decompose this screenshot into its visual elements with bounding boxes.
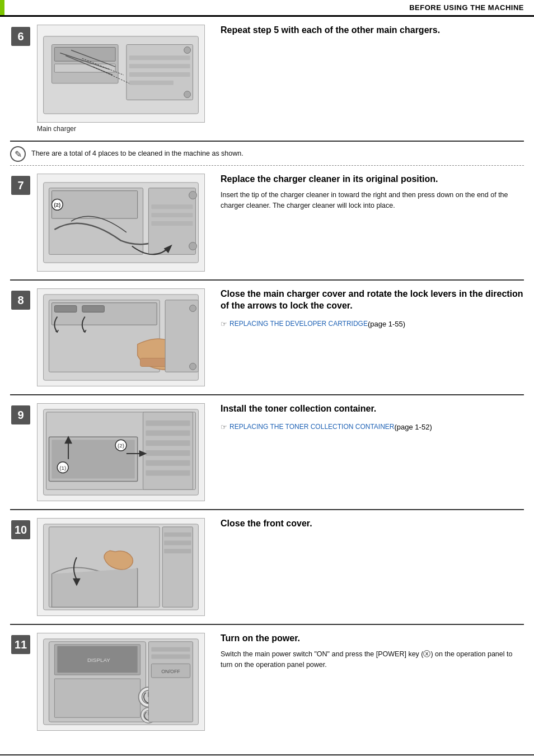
step-number-7: 7 — [11, 176, 30, 195]
step-image-6: Main charger — [37, 25, 210, 133]
svg-rect-35 — [54, 306, 77, 312]
step-image-8 — [37, 288, 210, 386]
step-row-6: 6 — [10, 17, 524, 142]
svg-rect-28 — [151, 204, 193, 209]
step-6-illustration — [37, 25, 205, 123]
step-content-6: Repeat step 5 with each of the other mai… — [221, 25, 524, 133]
step-number-8: 8 — [11, 291, 30, 310]
svg-rect-52 — [146, 430, 190, 436]
ref-icon-8: ☞ — [221, 320, 227, 328]
svg-rect-12 — [129, 64, 190, 68]
svg-rect-55 — [146, 460, 190, 466]
step-image-9: (1) (2) — [37, 403, 210, 501]
step-9-ref: ☞ REPLACING THE TONER COLLECTION CONTAIN… — [221, 423, 524, 431]
svg-rect-78 — [148, 642, 193, 722]
step-number-cell-9: 9 — [10, 403, 31, 501]
step-desc-11: Switch the main power switch "ON" and pr… — [221, 649, 524, 670]
svg-rect-25 — [148, 188, 195, 255]
step-9-link-suffix: (page 1-52) — [395, 423, 432, 431]
step-image-7: (2) (1) — [37, 174, 210, 272]
header-title: BEFORE USING THE MACHINE — [409, 3, 524, 12]
step-8-illustration — [37, 288, 205, 386]
step-number-cell-8: 8 — [10, 288, 31, 386]
step-row-8: 8 — [10, 281, 524, 395]
note-text-6: There are a total of 4 places to be clea… — [31, 146, 243, 159]
step-image-11: DISPLAY ON/OFF — [37, 633, 210, 731]
svg-rect-29 — [151, 213, 193, 217]
ref-icon-9: ☞ — [221, 423, 227, 431]
step-title-7: Replace the charger cleaner in its origi… — [221, 174, 524, 185]
svg-rect-20 — [51, 191, 137, 218]
step-content-11: Turn on the power. Switch the main power… — [221, 633, 524, 731]
step-10-illustration — [37, 518, 205, 616]
svg-text:(1): (1) — [59, 465, 66, 471]
step-row-9: 9 (1) (2) — [10, 395, 524, 510]
step-title-9: Install the toner collection container. — [221, 403, 524, 415]
svg-rect-8 — [127, 45, 193, 100]
main-content: 6 — [0, 17, 534, 749]
step-row-7: 7 (2) (1) — [10, 166, 524, 281]
svg-rect-63 — [164, 533, 191, 537]
svg-point-26 — [189, 192, 197, 199]
svg-rect-30 — [151, 221, 193, 226]
note-row-6: ✎ There are a total of 4 places to be cl… — [10, 142, 524, 166]
step-number-10: 10 — [11, 520, 30, 539]
step-9-illustration: (1) (2) — [37, 403, 205, 501]
svg-point-27 — [189, 242, 197, 250]
step-title-11: Turn on the power. — [221, 633, 524, 645]
step-title-8: Close the main charger cover and rotate … — [221, 288, 524, 312]
svg-point-39 — [190, 305, 196, 312]
svg-text:(2): (2) — [54, 202, 60, 208]
svg-point-9 — [184, 47, 191, 54]
svg-point-10 — [184, 91, 191, 98]
step-number-9: 9 — [11, 405, 30, 424]
svg-rect-65 — [164, 549, 191, 553]
svg-rect-11 — [129, 55, 190, 60]
step-number-cell-7: 7 — [10, 174, 31, 272]
step-number-cell-10: 10 — [10, 518, 31, 616]
svg-rect-64 — [164, 541, 191, 545]
step-row-10: 10 Clos — [10, 510, 524, 625]
svg-rect-56 — [146, 470, 190, 476]
step-number-cell-11: 11 — [10, 633, 31, 731]
step-image-10 — [37, 518, 210, 616]
step-content-8: Close the main charger cover and rotate … — [221, 288, 524, 386]
svg-rect-62 — [162, 527, 193, 607]
svg-rect-73 — [54, 679, 140, 717]
step-7-illustration: (2) (1) — [37, 174, 205, 272]
note-icon-6: ✎ — [10, 146, 26, 162]
svg-rect-13 — [129, 72, 190, 77]
step-11-illustration: DISPLAY ON/OFF — [37, 633, 205, 731]
svg-rect-80 — [151, 655, 190, 659]
step-title-10: Close the front cover. — [221, 518, 524, 530]
step-desc-7: Insert the tip of the charger cleaner in… — [221, 190, 524, 211]
step-title-6: Repeat step 5 with each of the other mai… — [221, 25, 524, 36]
step-8-link[interactable]: REPLACING THE DEVELOPER CARTRIDGE — [229, 320, 368, 328]
step-6-caption: Main charger — [37, 125, 76, 133]
svg-rect-79 — [151, 647, 190, 652]
svg-rect-14 — [129, 81, 174, 85]
svg-text:ON/OFF: ON/OFF — [161, 669, 180, 674]
svg-point-40 — [190, 363, 196, 370]
page-header: BEFORE USING THE MACHINE — [0, 0, 534, 17]
svg-rect-53 — [146, 440, 190, 446]
step-number-11: 11 — [11, 635, 30, 654]
svg-rect-51 — [146, 421, 190, 426]
step-number-cell-6: 6 — [10, 25, 31, 133]
svg-rect-36 — [82, 306, 105, 312]
step-row-11: 11 DISPLAY — [10, 625, 524, 739]
step-content-10: Close the front cover. — [221, 518, 524, 616]
step-content-9: Install the toner collection container. … — [221, 403, 524, 501]
svg-text:(2): (2) — [118, 442, 124, 449]
step-number-6: 6 — [11, 27, 30, 46]
step-8-ref: ☞ REPLACING THE DEVELOPER CARTRIDGE (pag… — [221, 320, 524, 328]
svg-rect-54 — [146, 450, 190, 456]
step-9-link[interactable]: REPLACING THE TONER COLLECTION CONTAINER — [229, 423, 395, 431]
step-8-link-suffix: (page 1-55) — [368, 320, 405, 328]
step-content-7: Replace the charger cleaner in its origi… — [221, 174, 524, 272]
svg-text:DISPLAY: DISPLAY — [87, 657, 110, 663]
